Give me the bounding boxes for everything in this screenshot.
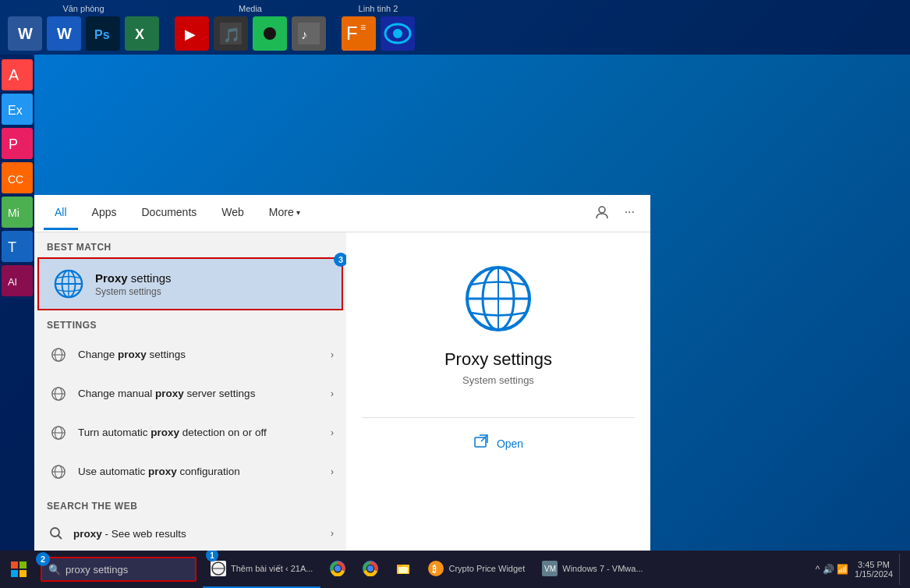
svg-text:A: A (9, 66, 19, 83)
group-label-linh-tinh: Linh tinh 2 (359, 4, 398, 13)
svg-text:T: T (8, 239, 16, 255)
search-input[interactable] (66, 564, 167, 576)
svg-point-68 (335, 565, 341, 572)
taskbar-search[interactable]: 2 🔍 (41, 557, 197, 582)
taskbar-item-vmware-label: Windows 7 - VMwa... (562, 564, 643, 573)
linh-tinh-icons: F≡ (342, 16, 415, 51)
svg-text:CC: CC (8, 173, 23, 186)
taskbar-item-1[interactable]: 1 Thêm bài viết ‹ 21A... (203, 551, 320, 588)
group-label-vanphong: Văn phòng (62, 4, 104, 13)
group-label-media: Media (239, 4, 262, 13)
media-icons: ▶ 🎵 ♪ (175, 16, 326, 51)
svg-line-60 (481, 435, 487, 441)
sidebar-app-3[interactable]: P (2, 128, 33, 159)
media-icon-3[interactable] (253, 16, 287, 51)
sidebar-app-2[interactable]: Ex (2, 94, 33, 125)
svg-rect-61 (11, 561, 18, 569)
arrow-icon-4: › (331, 466, 334, 477)
top-group-vanphong: Văn phòng W W Ps X (8, 4, 159, 51)
customize-icon[interactable]: F≡ (342, 16, 376, 51)
ellipsis-icon[interactable]: ··· (618, 199, 641, 228)
open-button[interactable]: Open (473, 434, 523, 453)
taskbar-item-chrome2[interactable] (355, 551, 386, 588)
svg-point-13 (264, 27, 276, 40)
taskbar-item-vmware[interactable]: VM Windows 7 - VMwa... (534, 551, 650, 588)
chrome-icon (330, 561, 345, 576)
best-match-title: Proxy settings (95, 271, 172, 285)
svg-text:♪: ♪ (301, 28, 307, 41)
search-panel: All Apps Documents Web More ▾ ··· Best m… (34, 195, 650, 551)
svg-text:F: F (346, 23, 358, 44)
sidebar-left: A Ex P CC Mi T Al (0, 55, 34, 551)
media-icon-2[interactable]: 🎵 (214, 16, 248, 51)
svg-rect-73 (398, 567, 408, 573)
svg-point-36 (599, 207, 605, 213)
top-group-linh-tinh: Linh tinh 2 F≡ (342, 4, 415, 51)
best-match-item[interactable]: Proxy settings System settings 3 (37, 257, 343, 310)
best-match-subtitle: System settings (95, 286, 172, 297)
sidebar-app-4[interactable]: CC (2, 162, 33, 193)
excel-icon[interactable]: X (125, 16, 159, 51)
word-dark-icon[interactable]: W (47, 16, 81, 51)
vmware-icon: VM (542, 561, 558, 576)
settings-item-4[interactable]: Use automatic proxy configuration › (34, 452, 346, 491)
web-arrow-icon: › (331, 528, 334, 539)
badge-3: 3 (334, 253, 346, 267)
taskbar-icon-browser (211, 561, 226, 576)
svg-text:₿: ₿ (432, 565, 437, 574)
start-button[interactable] (0, 551, 37, 588)
svg-text:P: P (9, 136, 18, 152)
arrow-icon-2: › (331, 388, 334, 399)
show-desktop-btn[interactable] (899, 554, 904, 585)
settings-item-3[interactable]: Turn automatic proxy detection on or off… (34, 413, 346, 452)
vanphong-icons: W W Ps X (8, 16, 159, 51)
settings-item-3-text: Turn automatic proxy detection on or off (78, 426, 331, 441)
left-panel: Best match (34, 232, 346, 551)
settings-item-1[interactable]: Change proxy settings › (34, 335, 346, 374)
photoshop-icon[interactable]: Ps (86, 16, 120, 51)
crypto-icon: ₿ (428, 561, 444, 576)
globe-icon-1 (47, 343, 70, 367)
arrow-icon-3: › (331, 427, 334, 438)
svg-text:▶: ▶ (185, 27, 196, 42)
tab-apps[interactable]: Apps (81, 197, 128, 230)
web-item-text: proxy - See web results (73, 528, 331, 540)
taskbar-items: 1 Thêm bài viết ‹ 21A... (200, 551, 809, 588)
sidebar-app-1[interactable]: A (2, 59, 33, 90)
svg-rect-63 (11, 570, 18, 577)
web-search-item[interactable]: proxy - See web results › (34, 516, 346, 551)
settings-item-2[interactable]: Change manual proxy server settings › (34, 374, 346, 413)
top-taskbar: Văn phòng W W Ps X Media ▶ (0, 0, 910, 55)
panel-container: Best match (34, 232, 650, 551)
tab-more[interactable]: More ▾ (258, 197, 311, 230)
media-icon-1[interactable]: ▶ (175, 16, 209, 51)
sidebar-app-6[interactable]: T (2, 231, 33, 262)
taskbar-item-crypto-label: Crypto Price Widget (448, 564, 525, 573)
best-match-text: Proxy settings System settings (95, 271, 172, 297)
person-icon[interactable] (589, 199, 615, 228)
tab-documents[interactable]: Documents (130, 197, 207, 230)
tabs-right: ··· (589, 199, 641, 228)
taskbar: 2 🔍 1 Thêm bài viết ‹ 21A... (0, 551, 910, 588)
svg-text:🎵: 🎵 (223, 27, 241, 44)
tab-all[interactable]: All (44, 197, 78, 230)
open-label: Open (497, 437, 523, 450)
sidebar-app-5[interactable]: Mi (2, 197, 33, 228)
svg-text:≡: ≡ (360, 22, 366, 33)
word-blue-icon[interactable]: W (8, 16, 42, 51)
system-tray: ^ 🔊 📶 3:45 PM1/15/2024 (809, 554, 910, 585)
svg-text:W: W (18, 25, 33, 42)
media-icon-4[interactable]: ♪ (292, 16, 326, 51)
taskbar-item-files[interactable] (388, 551, 419, 588)
svg-text:W: W (57, 25, 72, 42)
sidebar-app-7[interactable]: Al (2, 265, 33, 296)
tab-web[interactable]: Web (211, 197, 255, 230)
desktop: Văn phòng W W Ps X Media ▶ (0, 0, 910, 588)
chrome-icon-2 (363, 561, 378, 576)
taskbar-item-crypto[interactable]: ₿ Crypto Price Widget (420, 551, 533, 588)
taskbar-item-chrome[interactable] (322, 551, 353, 588)
tray-icons: ^ 🔊 📶 (816, 564, 848, 575)
samsung-icon[interactable] (381, 16, 415, 51)
settings-item-1-text: Change proxy settings (78, 348, 331, 363)
svg-line-54 (58, 536, 62, 540)
